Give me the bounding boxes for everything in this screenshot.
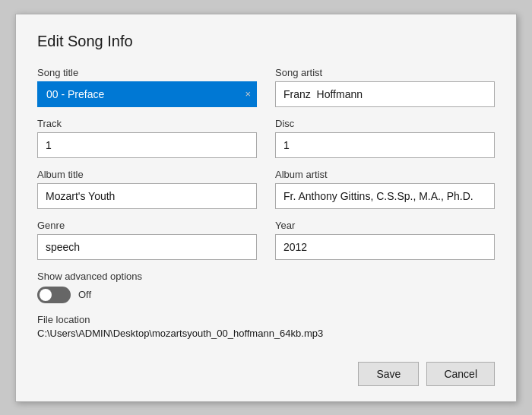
disc-input[interactable] bbox=[275, 132, 495, 158]
save-button[interactable]: Save bbox=[358, 362, 419, 386]
album-title-input[interactable] bbox=[37, 183, 257, 209]
row-track-disc: Track Disc bbox=[37, 118, 495, 158]
album-title-group: Album title bbox=[37, 169, 257, 209]
toggle-thumb bbox=[40, 289, 52, 301]
advanced-options-section: Show advanced options Off bbox=[37, 271, 495, 303]
disc-group: Disc bbox=[275, 118, 495, 158]
song-title-group: Song title × bbox=[37, 67, 257, 107]
track-group: Track bbox=[37, 118, 257, 158]
advanced-options-label: Show advanced options bbox=[37, 271, 495, 282]
song-title-label: Song title bbox=[37, 67, 257, 78]
cancel-button[interactable]: Cancel bbox=[426, 362, 495, 386]
year-input[interactable] bbox=[275, 234, 495, 260]
file-location-section: File location C:\Users\ADMIN\Desktop\moz… bbox=[37, 314, 495, 339]
advanced-toggle[interactable] bbox=[37, 287, 71, 303]
year-group: Year bbox=[275, 220, 495, 260]
disc-label: Disc bbox=[275, 118, 495, 129]
track-input[interactable] bbox=[37, 132, 257, 158]
song-artist-input[interactable] bbox=[275, 81, 495, 107]
song-title-input-wrapper: × bbox=[37, 81, 257, 107]
toggle-state-label: Off bbox=[78, 289, 91, 300]
song-title-input[interactable] bbox=[37, 81, 257, 107]
song-artist-group: Song artist bbox=[275, 67, 495, 107]
edit-song-info-dialog: Edit Song Info Song title × Song artist … bbox=[15, 14, 517, 402]
toggle-row: Off bbox=[37, 287, 495, 303]
dialog-footer: Save Cancel bbox=[37, 354, 495, 386]
genre-label: Genre bbox=[37, 220, 257, 231]
dialog-title: Edit Song Info bbox=[37, 33, 495, 50]
file-location-label: File location bbox=[37, 314, 495, 325]
clear-song-title-button[interactable]: × bbox=[245, 89, 251, 99]
album-artist-input[interactable] bbox=[275, 183, 495, 209]
row-album-title-artist: Album title Album artist bbox=[37, 169, 495, 209]
track-label: Track bbox=[37, 118, 257, 129]
song-artist-label: Song artist bbox=[275, 67, 495, 78]
album-title-label: Album title bbox=[37, 169, 257, 180]
genre-group: Genre bbox=[37, 220, 257, 260]
year-label: Year bbox=[275, 220, 495, 231]
row-genre-year: Genre Year bbox=[37, 220, 495, 260]
album-artist-label: Album artist bbox=[275, 169, 495, 180]
album-artist-group: Album artist bbox=[275, 169, 495, 209]
row-song-title-artist: Song title × Song artist bbox=[37, 67, 495, 107]
toggle-track bbox=[37, 287, 71, 303]
file-location-path: C:\Users\ADMIN\Desktop\mozartsyouth_00_h… bbox=[37, 328, 495, 339]
genre-input[interactable] bbox=[37, 234, 257, 260]
clear-icon: × bbox=[245, 89, 251, 99]
